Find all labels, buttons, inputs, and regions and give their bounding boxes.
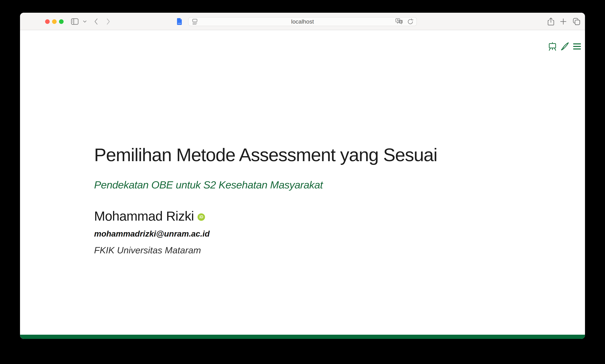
presentation-controls: [548, 42, 581, 51]
slide-title: Pemilihan Metode Assessment yang Sesuai: [94, 144, 437, 165]
author-institute: FKIK Universitas Mataram: [94, 245, 201, 255]
menu-icon[interactable]: [573, 43, 581, 50]
slide-subtitle: Pendekatan OBE untuk S2 Kesehatan Masyar…: [94, 179, 323, 191]
paintbrush-icon[interactable]: [561, 42, 569, 51]
tab-overview-icon[interactable]: [573, 18, 580, 25]
close-button[interactable]: [45, 19, 50, 24]
page-favicon-icon[interactable]: [176, 18, 182, 25]
slide-accent-bar: [20, 335, 585, 339]
author-name: Mohammad Rizki: [94, 208, 194, 224]
chevron-down-icon[interactable]: [83, 20, 87, 23]
svg-text:A: A: [397, 19, 399, 22]
share-icon[interactable]: [548, 18, 554, 26]
forward-icon[interactable]: [106, 18, 110, 25]
address-bar[interactable]: localhost A 文: [188, 17, 417, 26]
orcid-icon[interactable]: iD: [198, 213, 205, 221]
browser-toolbar: localhost A 文: [20, 13, 585, 30]
browser-window: localhost A 文: [20, 13, 585, 339]
translate-icon[interactable]: A 文: [395, 18, 403, 25]
svg-text:文: 文: [399, 20, 402, 23]
chalkboard-icon[interactable]: [548, 42, 557, 51]
sidebar-toggle-icon[interactable]: [71, 18, 79, 25]
author-email: mohammadrizki@unram.ac.id: [94, 229, 210, 238]
slide-area: Pemilihan Metode Assessment yang Sesuai …: [20, 30, 585, 339]
url-text[interactable]: localhost: [188, 18, 417, 25]
new-tab-icon[interactable]: [560, 18, 567, 25]
back-icon[interactable]: [94, 18, 98, 25]
minimize-button[interactable]: [52, 19, 57, 24]
reload-icon[interactable]: [407, 18, 414, 25]
zoom-button[interactable]: [59, 19, 64, 24]
